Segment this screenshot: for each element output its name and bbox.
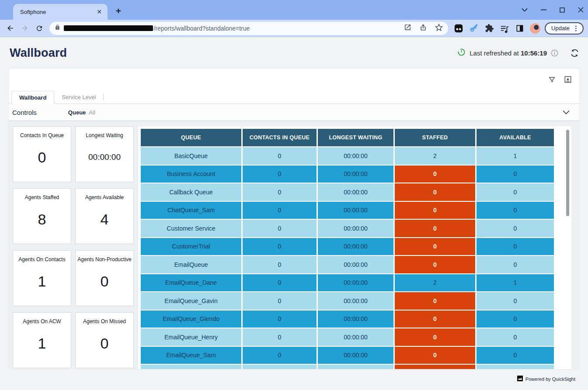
cell-queue: EmailQueue_Dane [141,274,241,292]
cell-available: 0 [477,183,554,201]
extensions-puzzle-icon[interactable] [484,23,494,34]
cell-queue: EmailQueue [141,256,241,273]
share-icon[interactable] [419,24,427,33]
media-playlist-icon[interactable] [499,23,510,34]
tab-close-icon[interactable]: ✕ [95,8,103,16]
kpi-value: 1 [38,325,46,368]
powered-by-quicksight-link[interactable]: Powered by QuickSight [517,375,575,383]
kpi-value: 00:00:00 [88,139,121,182]
tab-service-level[interactable]: Service Level [54,90,103,104]
info-icon[interactable] [551,49,558,57]
kpi-card: Agents Non-Productive 0 [75,250,134,306]
cell-staffed: 0 [395,202,475,219]
kpi-card: Longest Waiting 00:00:00 [75,126,134,182]
queue-table-panel: QUEUE CONTACTS IN QUEUE LONGEST WAITING … [138,126,571,369]
sheet-tabs: Wallboard Service Level [9,91,579,104]
open-in-new-icon[interactable] [404,24,411,33]
kpi-value: 4 [101,201,109,244]
update-button[interactable]: Update ⋮ [545,22,584,35]
table-header-row: QUEUE CONTACTS IN QUEUE LONGEST WAITING … [141,129,555,146]
tab-search-chevron-icon[interactable] [522,8,528,12]
cell-contacts-in-queue: 0 [243,147,317,165]
export-download-icon[interactable] [564,75,572,84]
cell-available: 1 [477,147,554,165]
queue-filter-value: All [89,109,95,116]
dashboard-card: Wallboard Service Level Controls Queue A… [9,69,579,370]
controls-label: Controls [12,109,37,116]
reload-button[interactable] [33,22,45,35]
table-row: EmailQueue_Sam 0 00:00:00 0 0 [141,347,555,364]
back-button[interactable] [4,22,16,35]
cell-contacts-in-queue: 0 [243,256,317,273]
browser-window: Softphone ✕ + [0,0,588,390]
table-scrollbar-thumb[interactable] [566,130,569,216]
cell-contacts-in-queue: 0 [243,347,317,364]
cell-longest-waiting: 00:00:00 [318,328,393,346]
kpi-card: Agents Available 4 [75,188,134,244]
cell-queue: ChatQueue_Sam [141,202,241,219]
cell-queue: EmailQueue_T [141,365,241,369]
kpi-value: 0 [101,263,109,306]
cell-staffed: 2 [395,147,475,165]
kpi-card: Agents On ACW 1 [13,312,71,368]
table-row: Customer Service 0 00:00:00 0 0 [141,220,555,237]
window-maximize-button[interactable] [560,7,565,13]
cell-longest-waiting: 00:00:00 [318,311,393,328]
controls-collapse-chevron-icon[interactable] [563,108,570,116]
cell-staffed: 0 [395,311,475,328]
extension-dark-square-icon[interactable] [453,23,464,34]
cell-available: 0 [477,166,554,183]
kpi-card: Agents Staffed 8 [13,188,71,244]
table-row: Business Account 0 00:00:00 0 0 [141,166,555,183]
queue-filter-control[interactable]: Queue All [68,109,95,116]
kpi-label: Agents Non-Productive [76,256,133,263]
bookmark-star-icon[interactable] [435,24,443,33]
cell-queue: BasicQueue [141,147,241,165]
split-screen-icon[interactable] [515,23,525,34]
refresh-button[interactable] [570,48,579,58]
kpi-label: Agents Available [84,194,126,201]
table-row: ChatQueue_Sam 0 00:00:00 0 0 [141,202,555,219]
auto-refresh-timer-icon [457,48,466,58]
table-row: BasicQueue 0 00:00:00 2 1 [141,147,555,165]
new-tab-button[interactable]: + [113,5,124,17]
cell-longest-waiting: 00:00:00 [318,274,393,292]
cell-staffed: 2 [395,274,475,292]
browser-menu-kebab-icon[interactable]: ⋮ [573,24,579,32]
cell-staffed: 0 [395,256,475,273]
cell-queue: Business Account [141,166,241,183]
cell-queue: Callback Queue [141,183,241,201]
kpi-value: 0 [38,139,46,182]
last-refreshed-text: Last refreshed at 10:56:19 [470,49,547,57]
kpi-card: Agents On Missed 0 [75,312,134,368]
url-bar[interactable]: /reports/wallboard?standalone=true [49,22,448,35]
table-body: BasicQueue 0 00:00:00 2 1 Business Accou… [141,147,555,369]
cell-longest-waiting: 00:00:00 [318,220,393,237]
forward-button[interactable] [19,22,31,35]
cell-staffed: 0 [395,238,475,255]
cell-available: 0 [477,328,554,346]
cell-available: 0 [477,256,554,273]
kpi-label: Agents On Contacts [17,256,67,263]
window-minimize-button[interactable] [541,9,546,10]
kpi-grid: Contacts In Queue 0 Longest Waiting 00:0… [13,126,134,368]
cell-queue: EmailQueue_Sam [141,347,241,364]
window-close-button[interactable] [578,7,584,13]
cell-longest-waiting: 00:00:00 [318,256,393,273]
kpi-label: Contacts In Queue [18,132,66,139]
table-row: EmailQueue_Gavin 0 00:00:00 0 0 [141,292,555,310]
update-button-label: Update [551,25,570,31]
cell-longest-waiting: 00:00:00 [318,292,393,310]
kpi-value: 1 [38,263,46,306]
cell-staffed: 0 [395,347,475,364]
filter-icon[interactable] [547,75,556,84]
tab-wallboard[interactable]: Wallboard [11,91,54,104]
profile-avatar[interactable] [530,23,540,34]
password-key-icon[interactable] [469,23,479,34]
last-refreshed-prefix: Last refreshed at [470,49,521,57]
lock-icon[interactable] [55,24,60,32]
cell-available: 1 [477,274,554,292]
cell-available: 0 [477,347,554,364]
browser-tab[interactable]: Softphone ✕ [13,4,108,20]
column-header-staffed: STAFFED [395,129,475,146]
